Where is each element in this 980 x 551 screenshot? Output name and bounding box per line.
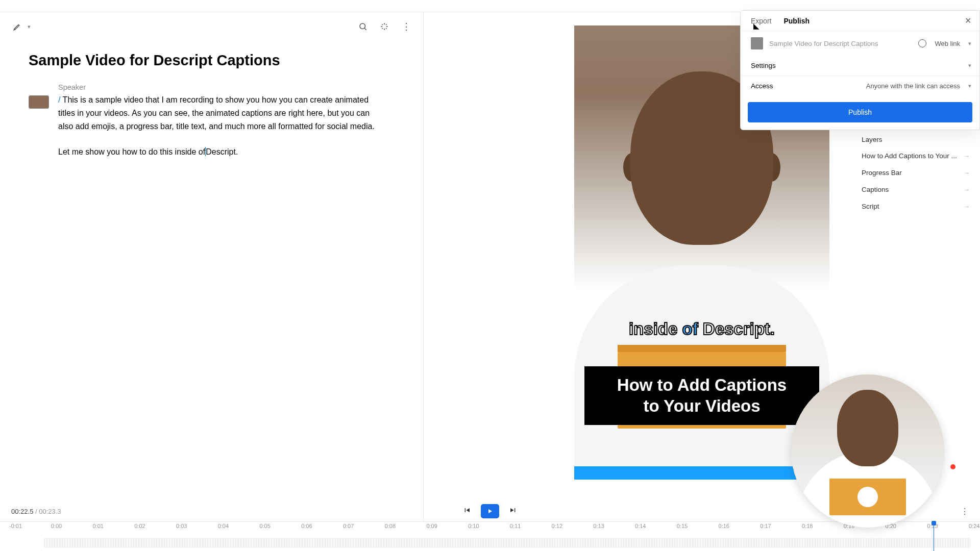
more-vert-icon[interactable]: ⋮ [961, 507, 969, 516]
tick-label: 0:24 [969, 523, 979, 529]
script-toolbar: ▾ ⋮ [0, 12, 423, 41]
tick-label: 0:07 [343, 523, 354, 529]
tick-label: -0:01 [9, 523, 22, 529]
layer-item[interactable]: Progress Bar→ [851, 164, 980, 181]
animated-caption: inside of Descript. [574, 319, 829, 339]
more-vert-icon[interactable]: ⋮ [399, 19, 413, 34]
tick-label: 0:11 [510, 523, 521, 529]
time-display: 00:22.5 / 00:23.3 [11, 508, 61, 515]
playhead[interactable] [934, 522, 934, 551]
layers-panel: Layers How to Add Captions to Your ...→ … [851, 130, 980, 217]
project-title[interactable]: Sample Video for Descript Captions [29, 52, 395, 69]
publish-panel: Export Publish ✕ Sample Video for Descri… [740, 10, 980, 130]
timeline-track[interactable] [44, 538, 971, 548]
script-panel: ▾ ⋮ Sample Video for Descript Captions S… [0, 12, 424, 521]
skip-forward-button[interactable] [508, 506, 517, 516]
tick-label: 0:10 [468, 523, 479, 529]
arrow-right-icon: → [964, 153, 970, 160]
settings-row[interactable]: Settings ▾ [741, 56, 979, 76]
globe-icon [918, 39, 926, 47]
webcam-overlay[interactable] [791, 374, 944, 528]
tick-label: 0:14 [635, 523, 646, 529]
tick-label: 0:09 [426, 523, 437, 529]
link-type[interactable]: Web link [935, 40, 960, 47]
transcript-paragraph-1[interactable]: / This is a sample video that I am recor… [58, 93, 375, 133]
video-progress-bar [574, 466, 824, 480]
pen-icon[interactable] [10, 19, 24, 34]
layer-item[interactable]: Captions→ [851, 181, 980, 198]
tick-label: 0:03 [176, 523, 187, 529]
arrow-right-icon: → [964, 203, 970, 210]
tick-label: 0:01 [92, 523, 103, 529]
access-label: Access [751, 82, 773, 90]
layer-item[interactable]: How to Add Captions to Your ...→ [851, 147, 980, 164]
transcript-block: Speaker / This is a sample video that I … [0, 78, 423, 159]
play-button[interactable] [481, 504, 499, 518]
chevron-down-icon[interactable]: ▾ [968, 40, 971, 47]
tick-label: 0:12 [552, 523, 562, 529]
arrow-right-icon: → [964, 169, 970, 177]
tab-publish[interactable]: Publish [783, 17, 810, 25]
tick-label: 0:16 [719, 523, 729, 529]
timeline[interactable]: -0:010:000:010:020:030:040:050:060:070:0… [0, 521, 980, 551]
arrow-right-icon: → [964, 186, 970, 193]
tick-label: 0:00 [51, 523, 62, 529]
record-indicator [950, 464, 955, 469]
text-cursor [205, 147, 206, 156]
publish-button[interactable]: Publish [748, 102, 972, 122]
chevron-down-icon[interactable]: ▾ [968, 62, 971, 69]
timeline-ruler[interactable]: -0:010:000:010:020:030:040:050:060:070:0… [0, 522, 980, 532]
close-icon[interactable]: ✕ [965, 16, 971, 26]
layer-item[interactable]: Script→ [851, 198, 980, 215]
access-value[interactable]: Anyone with the link can access [866, 82, 960, 90]
video-title-overlay: How to Add Captions to Your Videos [584, 366, 819, 425]
clip-thumbnail[interactable] [29, 95, 49, 109]
mouse-cursor: ◣ [753, 21, 760, 31]
title-thumb [751, 37, 763, 49]
tick-label: 0:17 [760, 523, 771, 529]
tick-label: 0:04 [218, 523, 229, 529]
tick-label: 0:02 [134, 523, 145, 529]
sparkle-icon[interactable] [377, 19, 391, 34]
tick-label: 0:06 [301, 523, 312, 529]
tick-label: 0:18 [802, 523, 813, 529]
search-icon[interactable] [356, 19, 370, 34]
tick-label: 0:13 [593, 523, 604, 529]
publish-title[interactable]: Sample Video for Descript Captions [769, 40, 878, 47]
skip-back-button[interactable] [463, 506, 472, 516]
scene-marker: / [58, 95, 60, 104]
chevron-down-icon[interactable]: ▾ [28, 23, 31, 30]
tick-label: 0:08 [385, 523, 396, 529]
transcript-paragraph-2[interactable]: Let me show you how to do this inside of… [58, 145, 375, 159]
chevron-down-icon[interactable]: ▾ [968, 83, 971, 89]
layers-heading: Layers [851, 132, 980, 147]
tick-label: 0:05 [259, 523, 270, 529]
svg-point-0 [360, 23, 365, 29]
speaker-label[interactable]: Speaker [58, 83, 375, 91]
tick-label: 0:15 [677, 523, 688, 529]
